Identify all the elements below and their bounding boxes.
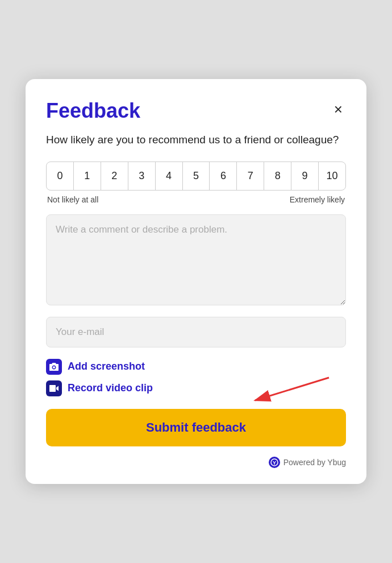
add-screenshot-label: Add screenshot: [68, 361, 145, 372]
nps-labels: Not likely at all Extremely likely: [46, 195, 346, 204]
nps-10[interactable]: 10: [319, 162, 345, 190]
nps-label-right: Extremely likely: [290, 195, 345, 204]
nps-0[interactable]: 0: [47, 162, 74, 190]
svg-line-1: [255, 378, 329, 400]
subtitle-text: How likely are you to recommend us to a …: [46, 133, 346, 148]
footer: Y Powered by Ybug: [46, 457, 346, 468]
nps-4[interactable]: 4: [156, 162, 183, 190]
nps-scale: 0 1 2 3 4 5 6 7 8 9 10: [46, 162, 346, 191]
arrow-annotation: [221, 375, 335, 409]
svg-text:Y: Y: [273, 460, 276, 466]
nps-8[interactable]: 8: [264, 162, 291, 190]
comment-textarea[interactable]: [46, 214, 346, 305]
submit-button[interactable]: Submit feedback: [46, 409, 346, 446]
close-button[interactable]: ×: [331, 101, 346, 118]
nps-1[interactable]: 1: [74, 162, 101, 190]
feedback-modal: Feedback × How likely are you to recomme…: [26, 79, 366, 483]
nps-6[interactable]: 6: [210, 162, 237, 190]
nps-3[interactable]: 3: [128, 162, 156, 190]
action-links: Add screenshot Record video clip: [46, 359, 346, 396]
powered-by-text: Powered by Ybug: [283, 458, 346, 467]
nps-section: 0 1 2 3 4 5 6 7 8 9 10 Not likely at all…: [46, 162, 346, 204]
nps-9[interactable]: 9: [291, 162, 319, 190]
ybug-logo: Y: [269, 457, 280, 468]
record-video-row: Record video clip: [46, 380, 346, 396]
camera-icon: [46, 359, 62, 375]
email-input[interactable]: [46, 317, 346, 347]
nps-label-left: Not likely at all: [47, 195, 98, 204]
modal-header: Feedback ×: [46, 100, 346, 122]
modal-title: Feedback: [46, 100, 140, 122]
video-icon: [46, 380, 62, 396]
add-screenshot-link[interactable]: Add screenshot: [46, 359, 145, 375]
record-video-label: Record video clip: [68, 382, 153, 394]
nps-2[interactable]: 2: [101, 162, 128, 190]
nps-5[interactable]: 5: [183, 162, 210, 190]
nps-7[interactable]: 7: [237, 162, 264, 190]
record-video-link[interactable]: Record video clip: [46, 380, 153, 396]
